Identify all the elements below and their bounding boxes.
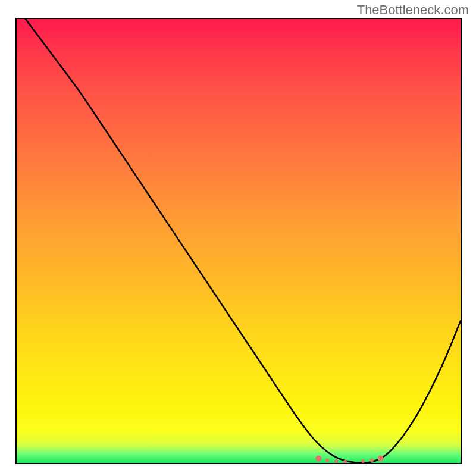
valley-marker <box>315 456 321 462</box>
curve-layer <box>26 19 461 463</box>
curve-svg <box>17 19 461 463</box>
chart-container: TheBottleneck.com <box>0 0 476 476</box>
watermark-text: TheBottleneck.com <box>357 2 469 18</box>
valley-marker <box>378 456 384 462</box>
valley-marker <box>370 459 374 462</box>
plot-area <box>15 18 462 464</box>
valley-marker <box>334 459 338 463</box>
valley-marker <box>361 459 365 463</box>
bottleneck-curve <box>26 19 461 463</box>
valley-marker <box>325 459 329 462</box>
